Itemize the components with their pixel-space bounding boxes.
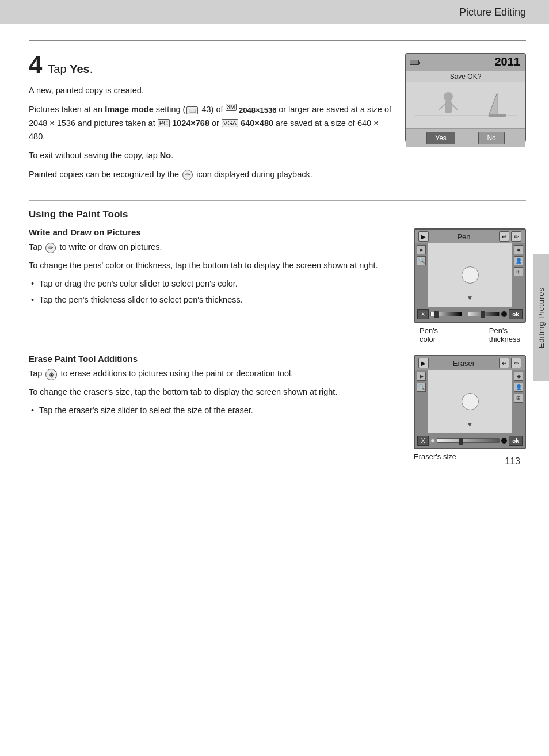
ok-btn[interactable]: ok — [509, 309, 523, 319]
res-1024: 1024×768 — [172, 119, 209, 128]
yes-button[interactable]: Yes — [426, 132, 455, 144]
pencil-tool-icon: ✏ — [45, 243, 56, 253]
eraser-left-bar: ▶ 🔍 — [415, 370, 428, 433]
x-btn[interactable]: X — [417, 309, 429, 319]
eraser-screen-header: ▶ Eraser ↩ ✏ — [415, 356, 525, 370]
page-number: 113 — [505, 456, 520, 467]
step4-text: 4 Tap Yes. A new, painted copy is create… — [29, 53, 394, 187]
eraser-screen-footer: X ok — [415, 433, 525, 448]
eraser-screen-body: ▶ 🔍 ▼ ◆ 👤 ⊞ — [415, 370, 525, 433]
scene-svg — [414, 84, 517, 127]
write-draw-para2: To change the pens' color or thickness, … — [29, 259, 400, 273]
step4-row: 4 Tap Yes. A new, painted copy is create… — [29, 53, 526, 187]
header-title: Picture Editing — [459, 6, 526, 18]
pen-thickness-label: Pen'sthickness — [489, 326, 520, 343]
res-640: 640×480 — [241, 119, 273, 128]
eraser-play-left[interactable]: ▶ — [417, 372, 426, 381]
eraser-slider-thumb — [459, 438, 463, 445]
eraser-play-btn[interactable]: ▶ — [418, 358, 429, 368]
bullet-color: Tap or drag the pen's color slider to se… — [29, 277, 400, 291]
eraser-section: Erase Paint Tool Additions Tap ◈ to eras… — [29, 354, 526, 461]
color-slider-thumb — [434, 311, 439, 318]
eraser-ok-btn[interactable]: ok — [509, 436, 523, 446]
pen-preview-circle — [462, 266, 479, 284]
eraser-size-slider[interactable] — [437, 438, 500, 443]
eraser-heading: Erase Paint Tool Additions — [29, 354, 400, 364]
step4-para3: To exit without saving the copy, tap No. — [29, 149, 394, 162]
eraser-main-area: ▼ — [428, 370, 512, 433]
step4-para4: Painted copies can be recognized by the … — [29, 168, 394, 181]
header-bar: Picture Editing — [0, 0, 549, 24]
write-draw-bullets: Tap or drag the pen's color slider to se… — [29, 277, 400, 307]
manual-ref-icon: 📖 — [186, 106, 198, 114]
bullet-thickness: Tap the pen's thickness slider to select… — [29, 293, 400, 307]
step-title: Tap Yes. — [48, 63, 93, 76]
battery-icon — [410, 60, 419, 65]
pen-left-bar: ▶ 🔍 — [415, 243, 428, 307]
person-icon[interactable]: 👤 — [514, 256, 523, 265]
eraser-zoom-icon[interactable]: 🔍 — [417, 383, 426, 392]
save-ok-label: Save OK? — [406, 71, 525, 82]
eraser-x-btn[interactable]: X — [417, 436, 429, 446]
eraser-header-icons: ↩ ✏ — [499, 358, 521, 368]
eraser-bullet-1: Tap the eraser's size slider to select t… — [29, 404, 400, 418]
write-draw-heading: Write and Draw on Pictures — [29, 227, 400, 237]
svg-rect-3 — [445, 101, 452, 113]
pen-screen-body: ▶ 🔍 ▼ ◆ 👤 ⊞ — [415, 243, 525, 307]
pen-color-label: Pen'scolor — [420, 326, 438, 343]
pen-screen-labels: Pen'scolor Pen'sthickness — [414, 326, 526, 343]
section-divider — [29, 200, 526, 201]
eraser-pencil-btn[interactable]: ✏ — [511, 358, 521, 368]
svg-point-2 — [444, 92, 453, 101]
pen-header-icons: ↩ ✏ — [499, 231, 521, 242]
pen-screen-footer: X ok — [415, 307, 525, 322]
eraser-dropdown-arrow: ▼ — [467, 421, 474, 429]
camera-buttons-row: Yes No — [406, 128, 525, 147]
image-mode-bold: Image mode — [105, 105, 154, 114]
dropdown-arrow: ▼ — [467, 294, 474, 302]
top-divider — [29, 40, 526, 41]
pen-screen-header: ▶ Pen ↩ ✏ — [415, 230, 525, 243]
pen-screen: ▶ Pen ↩ ✏ ▶ 🔍 ▼ — [414, 228, 526, 323]
no-button[interactable]: No — [478, 132, 504, 144]
eraser-grid-icon[interactable]: ⊞ — [514, 394, 523, 403]
eraser-tool-icon: ◈ — [45, 369, 57, 380]
return-icon-btn[interactable]: ↩ — [499, 231, 509, 242]
grid-icon[interactable]: ⊞ — [514, 267, 523, 276]
eraser-text: Erase Paint Tool Additions Tap ◈ to eras… — [29, 354, 400, 423]
step-number: 4 — [29, 53, 42, 77]
year-display: 2011 — [495, 55, 521, 68]
thickness-slider[interactable] — [468, 312, 500, 316]
resolution-3m: 3M 2048×1536 — [226, 106, 279, 114]
play-icon-btn[interactable]: ▶ — [418, 231, 429, 242]
eraser-return-btn[interactable]: ↩ — [499, 358, 509, 368]
step4-para2: Pictures taken at an Image mode setting … — [29, 103, 394, 143]
diamond-icon[interactable]: ◆ — [514, 245, 523, 254]
camera-illustration — [406, 82, 525, 128]
eraser-screen-title: Eraser — [429, 359, 499, 368]
paint-icon: ✏ — [182, 170, 193, 180]
camera-screen-container: 2011 Save OK? — [405, 53, 526, 142]
no-bold: No — [160, 151, 171, 160]
write-draw-row: Write and Draw on Pictures Tap ✏ to writ… — [29, 227, 526, 343]
sidebar-label: Editing Pictures — [537, 287, 546, 348]
play-icon-left[interactable]: ▶ — [417, 245, 426, 254]
pen-screen-container: ▶ Pen ↩ ✏ ▶ 🔍 ▼ — [414, 227, 526, 343]
step4-header: 4 Tap Yes. — [29, 53, 394, 77]
pencil-icon-btn[interactable]: ✏ — [511, 231, 521, 242]
eraser-row: Erase Paint Tool Additions Tap ◈ to eras… — [29, 354, 526, 461]
pen-main-area: ▼ — [428, 243, 512, 307]
camera-top-bar: 2011 — [406, 54, 525, 71]
pen-right-bar: ◆ 👤 ⊞ — [512, 243, 525, 307]
paint-tools-heading: Using the Paint Tools — [29, 209, 526, 220]
eraser-person-icon[interactable]: 👤 — [514, 383, 523, 392]
color-slider[interactable] — [430, 312, 462, 316]
eraser-bullets: Tap the eraser's size slider to select t… — [29, 404, 400, 418]
eraser-size-small-dot — [430, 438, 435, 443]
svg-rect-7 — [489, 114, 506, 117]
step4-para1: A new, painted copy is created. — [29, 84, 394, 97]
zoom-icon[interactable]: 🔍 — [417, 256, 426, 265]
svg-rect-0 — [414, 84, 517, 127]
sidebar-tab: Editing Pictures — [533, 254, 549, 381]
eraser-diamond-icon[interactable]: ◆ — [514, 372, 523, 381]
